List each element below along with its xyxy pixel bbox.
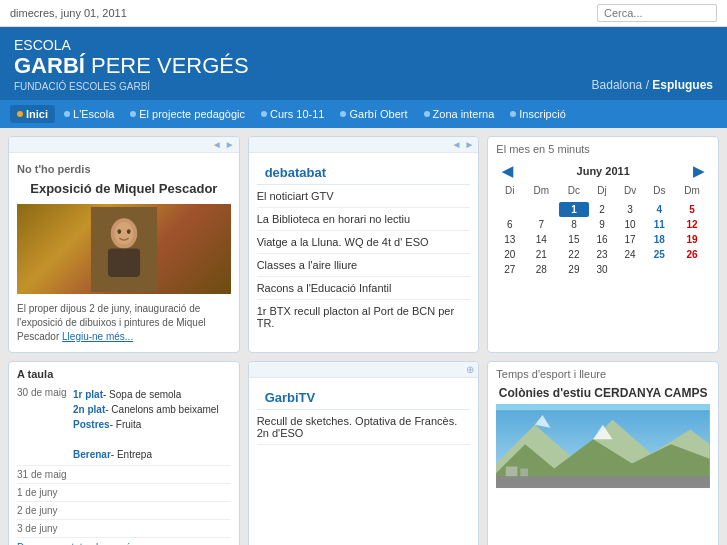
cal-header-dm2: Dm [674, 183, 710, 198]
menu-row-0: 30 de maig 1r plat- Sopa de semola 2n pl… [17, 384, 231, 466]
calendar-nav: ◀ Juny 2011 ▶ [496, 159, 710, 183]
calendar-card: El mes en 5 minuts ◀ Juny 2011 ▶ Di Dm D… [487, 136, 719, 353]
cal-day[interactable]: 22 [559, 247, 588, 262]
cal-day[interactable]: 29 [559, 262, 588, 277]
cal-day[interactable]: 1 [559, 202, 588, 217]
temps-header: Temps d'esport i lleure [496, 368, 710, 382]
expand-icon-garbitv[interactable]: ⊕ [466, 364, 474, 375]
cal-day[interactable]: 3 [615, 202, 644, 217]
svg-rect-2 [108, 248, 140, 276]
debatabat-item-2[interactable]: Viatge a la Lluna. WQ de 4t d' ESO [257, 231, 471, 254]
cal-day[interactable]: 9 [589, 217, 616, 232]
main-content: ◄ ► No t'ho perdis Exposició de Miquel P… [0, 128, 727, 545]
cal-day[interactable]: 13 [496, 232, 523, 247]
calendar-body: El mes en 5 minuts ◀ Juny 2011 ▶ Di Dm D… [488, 137, 718, 283]
nav-item-escola[interactable]: L'Escola [57, 105, 121, 123]
nav-dot [17, 111, 23, 117]
card-topbar-debatabat: ◄ ► [249, 137, 479, 153]
cal-day[interactable]: 24 [615, 247, 644, 262]
menu-date-4: 3 de juny [17, 523, 67, 534]
ataula-card: A taula 30 de maig 1r plat- Sopa de semo… [8, 361, 240, 545]
nav-item-garbi-obert[interactable]: Garbí Obert [333, 105, 414, 123]
nav-item-inscripcio[interactable]: Inscripció [503, 105, 572, 123]
site-header: ESCOLA GARBÍ PERE VERGÉS FUNDACIÓ ESCOLE… [0, 27, 727, 100]
prev-icon-debatabat[interactable]: ◄ [452, 139, 462, 150]
menu-items-0: 1r plat- Sopa de semola 2n plat- Canelon… [73, 387, 219, 462]
portrait-svg [89, 207, 159, 292]
cal-prev-button[interactable]: ◀ [498, 163, 517, 179]
top-bar: dimecres, juny 01, 2011 [0, 0, 727, 27]
menu-plat1-label: 1r plat [73, 389, 103, 400]
search-input[interactable] [597, 4, 717, 22]
garbitv-header: GarbiTV [257, 384, 471, 410]
card-topbar-garbitv: ⊕ [249, 362, 479, 378]
nav-item-curs[interactable]: Curs 10-11 [254, 105, 331, 123]
cal-day[interactable]: 19 [674, 232, 710, 247]
debatabat-item-3[interactable]: Classes a l'aire lliure [257, 254, 471, 277]
cal-day[interactable]: 15 [559, 232, 588, 247]
escola-label: ESCOLA [14, 37, 249, 53]
menu-row-3: 2 de juny [17, 502, 231, 520]
nav-item-inici[interactable]: Inici [10, 105, 55, 123]
nothoperdis-desc: El proper dijous 2 de juny, inauguració … [17, 298, 231, 346]
cal-day[interactable]: 4 [645, 202, 674, 217]
school-name: ESCOLA GARBÍ PERE VERGÉS FUNDACIÓ ESCOLE… [14, 37, 249, 92]
cal-day[interactable]: 6 [496, 217, 523, 232]
nav-item-zona-interna[interactable]: Zona interna [417, 105, 502, 123]
cal-day[interactable]: 10 [615, 217, 644, 232]
temps-card: Temps d'esport i lleure Colònies d'estiu… [487, 361, 719, 545]
temps-body: Temps d'esport i lleure Colònies d'estiu… [488, 362, 718, 495]
garbi-label: GARBÍ [14, 53, 85, 78]
cal-day[interactable]: 27 [496, 262, 523, 277]
cal-day[interactable]: 21 [523, 247, 559, 262]
cal-day[interactable]: 11 [645, 217, 674, 232]
nothoperdis-title: Exposició de Miquel Pescador [17, 177, 231, 200]
cal-day[interactable]: 2 [589, 202, 616, 217]
cal-day[interactable]: 14 [523, 232, 559, 247]
cal-day[interactable]: 12 [674, 217, 710, 232]
cal-day[interactable]: 20 [496, 247, 523, 262]
svg-rect-12 [506, 466, 518, 476]
mountain-image-svg [496, 409, 710, 489]
prev-icon[interactable]: ◄ [212, 139, 222, 150]
cal-day[interactable]: 28 [523, 262, 559, 277]
next-icon[interactable]: ► [225, 139, 235, 150]
location-city-link[interactable]: Badalona [592, 78, 643, 92]
cal-day[interactable]: 18 [645, 232, 674, 247]
menu-date-1: 31 de maig [17, 469, 67, 480]
svg-point-5 [127, 229, 131, 234]
cal-header-dv: Dv [615, 183, 644, 198]
cal-day[interactable]: 5 [674, 202, 710, 217]
nav-item-projecte[interactable]: El projecte pedagògic [123, 105, 252, 123]
menu-date-3: 2 de juny [17, 505, 67, 516]
nothoperdis-link[interactable]: Llegiu-ne més... [62, 331, 133, 342]
cal-day[interactable]: 17 [615, 232, 644, 247]
cal-header-dj: Dj [589, 183, 616, 198]
cal-day[interactable]: 23 [589, 247, 616, 262]
cal-day[interactable]: 26 [674, 247, 710, 262]
menu-berenar-label: Berenar [73, 449, 111, 460]
debatabat-item-1[interactable]: La Biblioteca en horari no lectiu [257, 208, 471, 231]
menu-plat2-label: 2n plat [73, 404, 105, 415]
nav-dot [64, 111, 70, 117]
nothoperdis-image [17, 204, 231, 294]
nav-dot [340, 111, 346, 117]
garbitv-card: ⊕ GarbiTV Recull de sketches. Optativa d… [248, 361, 480, 545]
cal-day[interactable]: 16 [589, 232, 616, 247]
cal-day[interactable]: 7 [523, 217, 559, 232]
garbitv-item-0[interactable]: Recull de sketches. Optativa de Francès.… [257, 410, 471, 445]
garbitv-body: GarbiTV Recull de sketches. Optativa de … [249, 378, 479, 451]
debatabat-item-5[interactable]: 1r BTX recull placton al Port de BCN per… [257, 300, 471, 334]
cal-day[interactable]: 8 [559, 217, 588, 232]
cal-header-ds: Ds [645, 183, 674, 198]
debatabat-item-4[interactable]: Racons a l'Educació Infantil [257, 277, 471, 300]
cal-next-button[interactable]: ▶ [689, 163, 708, 179]
cal-day[interactable]: 30 [589, 262, 616, 277]
debatabat-item-0[interactable]: El noticiart GTV [257, 185, 471, 208]
next-icon-debatabat[interactable]: ► [464, 139, 474, 150]
cal-day[interactable]: 25 [645, 247, 674, 262]
cal-day [496, 202, 523, 217]
menu-row-4: 3 de juny [17, 520, 231, 538]
nav-dot [130, 111, 136, 117]
temps-title: Colònies d'estiu CERDANYA CAMPS [496, 382, 710, 404]
